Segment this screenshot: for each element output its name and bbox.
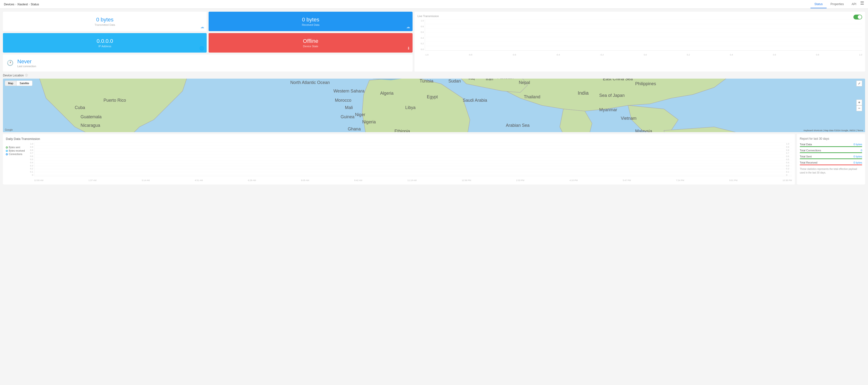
dy-01: 0.1 [27,171,33,173]
legend-label-connections: Connections [9,153,23,155]
legend-connections: Connections [6,153,25,155]
x-label-n04: -0.4 [556,54,560,56]
cloud-upload-icon: ☁ [200,25,204,29]
zoom-in-button[interactable]: + [856,100,862,105]
live-chart-wrapper: 1.0 0.8 0.6 0.4 0.2 0.0 -1.0 -0.8 -0.6 -… [417,20,862,56]
svg-text:Guinea: Guinea [341,114,354,119]
last-conn-info: Never Last connection [17,59,36,68]
tab-status[interactable]: Status [810,0,827,8]
dy-05: 0.5 [27,158,33,161]
x-label-n08: -0.8 [469,54,472,56]
x-label-n10: -1.0 [425,54,429,56]
dy-10: 1.0 [27,143,33,145]
transmitted-label: Transmitted Data [95,23,115,26]
report-row-total-sent-header: Total Sent 0 bytes [800,155,862,158]
svg-text:Libya: Libya [405,105,415,110]
dry-03: 0.3 [786,165,792,167]
report-val-total-data: 0 bytes [854,143,862,146]
map-controls: Map Satellite [5,80,32,86]
transmitted-value: 0 bytes [96,16,114,23]
report-note: These statistics represents the total ef… [800,167,862,174]
report-key-total-sent: Total Sent [800,155,812,158]
device-state-value: Offline [303,38,318,44]
ip-card: 0.0.0.0 IP Address 🌐 [3,33,207,53]
map-mode-satellite-button[interactable]: Satellite [16,80,32,86]
svg-text:Sea of Japan: Sea of Japan [599,93,625,98]
breadcrumb-sep2: › [29,3,30,6]
dx-5: 8:05 AM [301,179,309,181]
report-key-connections: Total Connections [800,149,821,152]
x-label-p10: 1.0 [859,54,862,56]
svg-text:Egypt: Egypt [427,95,438,99]
dry-07: 0.7 [786,152,792,154]
report-row-total-received: Total Received 0 bytes [800,161,862,165]
map-expand-button[interactable]: ⤢ [856,80,862,86]
report-title: Report for last 30 days [800,137,862,140]
map-container[interactable]: Map Satellite ⤢ [3,79,865,132]
legend-dot-blue [6,153,8,155]
legend-bytes-sent: Bytes sent [6,146,25,149]
dy-03: 0.3 [27,165,33,167]
breadcrumb-xiaotest[interactable]: Xiaotest [17,3,28,6]
x-label-00: 0.0 [644,54,647,56]
y-label-02: 0.2 [417,42,424,45]
svg-text:Ghana: Ghana [348,127,361,131]
svg-text:Ethiopia: Ethiopia [395,129,410,132]
dry-08: 0.8 [786,149,792,151]
svg-text:Arabian Sea: Arabian Sea [506,123,529,128]
breadcrumb-sep1: › [16,3,16,6]
dry-10: 1.0 [786,143,792,145]
main-content: 0 bytes Transmitted Data ☁ 0 bytes Recei… [0,9,868,187]
transmitted-card: 0 bytes Transmitted Data ☁ [3,12,207,31]
dx-11: 5:47 PM [623,179,631,181]
svg-text:Pakistan: Pakistan [497,79,514,80]
report-panel: Report for last 30 days Total Data 0 byt… [797,134,865,184]
x-label-n06: -0.6 [512,54,516,56]
y-label-10: 1.0 [417,20,424,22]
report-row-total-received-header: Total Received 0 bytes [800,161,862,164]
daily-x-axis: 12:00 AM 1:37 AM 3:14 AM 4:51 AM 6:28 AM… [34,179,792,181]
tab-api[interactable]: API [848,0,860,8]
left-stats: 0 bytes Transmitted Data ☁ 0 bytes Recei… [3,12,412,72]
svg-text:Saudi Arabia: Saudi Arabia [463,98,487,103]
live-transmission-toggle[interactable] [854,14,862,20]
dy-07: 0.7 [27,152,33,154]
legend-label-bytes-sent: Bytes sent [9,146,20,149]
dry-05: 0.5 [786,158,792,161]
map-mode-map-button[interactable]: Map [5,80,16,86]
received-label: Received Data [302,23,319,26]
svg-text:East China Sea: East China Sea [603,79,633,81]
map-info-icon[interactable]: ⓘ [25,73,28,77]
zoom-out-button[interactable]: − [856,105,862,111]
breadcrumb-devices[interactable]: Devices [4,3,14,6]
nav-tabs: Status Properties API ☰ [810,0,864,8]
report-bar-total-received [800,165,862,165]
svg-text:Iran: Iran [486,79,493,81]
x-label-p04: 0.4 [730,54,733,56]
map-zoom-controls: + − [856,100,862,111]
y-label-08: 0.8 [417,25,424,28]
device-state-card: Offline Device State ⬇ [209,33,412,53]
svg-text:Thailand: Thailand [524,95,540,99]
x-label-p06: 0.6 [773,54,776,56]
world-map-background: United States China India Algeria Libya … [3,79,865,132]
report-val-connections: 0 [861,149,862,152]
daily-y-axis: 1.0 0.9 0.8 0.7 0.6 0.5 0.4 0.3 0.2 0.1 … [27,143,34,176]
live-chart-title: Live Transmission [417,14,439,18]
dx-3: 4:51 AM [195,179,203,181]
dx-9: 2:33 PM [516,179,524,181]
x-label-p02: 0.2 [687,54,690,56]
svg-text:Algeria: Algeria [380,91,394,96]
y-label-06: 0.6 [417,31,424,33]
hamburger-menu-icon[interactable]: ☰ [860,0,864,8]
dx-0: 12:00 AM [34,179,43,181]
svg-text:Niger: Niger [355,112,365,117]
daily-chart-inner [34,143,792,176]
report-bar-total-sent [800,159,862,159]
svg-text:Morocco: Morocco [335,98,351,103]
dx-14: 10:38 PM [782,179,792,181]
tab-properties[interactable]: Properties [827,0,848,8]
dx-6: 9:42 AM [354,179,362,181]
report-bar-connections [800,152,862,153]
report-row-total-data: Total Data 0 bytes [800,143,862,147]
